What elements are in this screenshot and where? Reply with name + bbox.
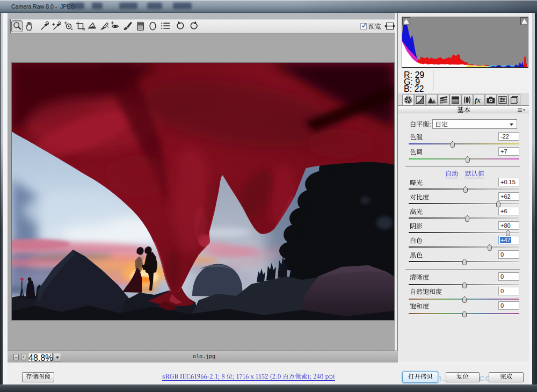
svg-text:fx: fx: [475, 96, 481, 104]
